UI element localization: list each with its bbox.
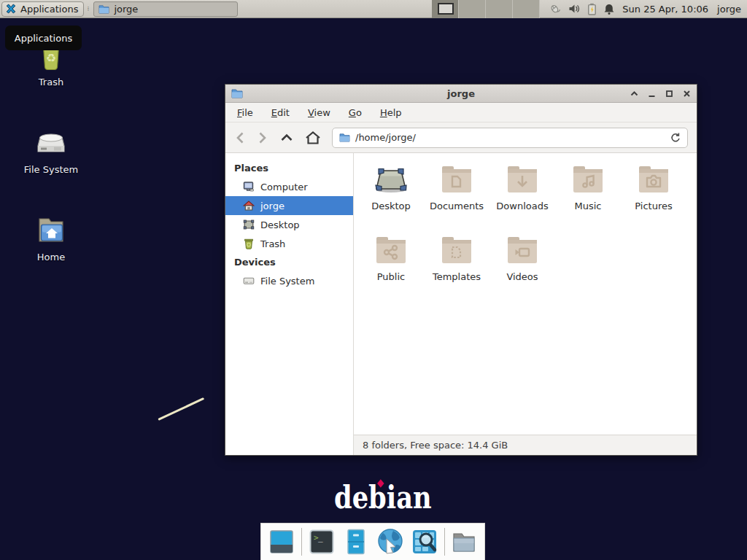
- folder-label: Music: [575, 201, 602, 211]
- folder-label: Downloads: [496, 201, 548, 211]
- desktop-icon-label: Home: [37, 252, 65, 262]
- panel-username[interactable]: jorge: [717, 4, 741, 15]
- path-bar-value: /home/jorge/: [355, 132, 416, 143]
- applications-tooltip: Applications: [5, 26, 82, 50]
- menu-edit[interactable]: Edit: [271, 107, 290, 118]
- folder-icon: [339, 133, 350, 142]
- shade-button[interactable]: [630, 90, 638, 98]
- folder-item-videos[interactable]: Videos: [489, 233, 555, 303]
- volume-icon[interactable]: [568, 3, 581, 15]
- app-finder-icon[interactable]: [410, 527, 439, 556]
- folder-item-documents[interactable]: Documents: [424, 162, 489, 233]
- top-panel: Applications ⁞ jorge: [0, 0, 747, 18]
- panel-clock[interactable]: Sun 25 Apr, 10:06: [622, 4, 708, 15]
- menu-file[interactable]: File: [237, 107, 253, 118]
- window-titlebar[interactable]: jorge: [225, 85, 697, 103]
- window-title: jorge: [225, 88, 697, 99]
- workspace-1[interactable]: [432, 0, 459, 18]
- window-body: Places Computer jorge: [225, 153, 697, 455]
- panel-drag-handle[interactable]: ⁞: [84, 6, 91, 12]
- sidebar-item-desktop[interactable]: Desktop: [225, 215, 353, 234]
- reload-button[interactable]: [670, 132, 681, 143]
- sidebar-item-label: Trash: [260, 238, 285, 249]
- desktop-icon-file-system[interactable]: File System: [15, 125, 88, 175]
- xfce-applications-icon: [5, 3, 17, 15]
- desktop-icon-label: Trash: [39, 77, 63, 88]
- file-manager-icon[interactable]: [341, 527, 371, 556]
- workspace-4[interactable]: [513, 0, 540, 18]
- sidebar-item-file-system[interactable]: File System: [225, 271, 353, 290]
- folder-item-templates[interactable]: Templates: [424, 233, 489, 303]
- debian-logo: debian: [334, 480, 432, 516]
- sidebar-item-jorge[interactable]: jorge: [225, 196, 353, 215]
- folder-label: Public: [377, 271, 405, 282]
- desktop-icon-label: File System: [24, 164, 78, 175]
- applications-menu-button[interactable]: Applications: [1, 1, 84, 17]
- mouse-icon[interactable]: [549, 3, 562, 15]
- workspace-switcher: [432, 0, 540, 18]
- sidebar-item-trash[interactable]: Trash: [225, 234, 353, 253]
- home-icon: [243, 200, 255, 211]
- taskbar-window-label: jorge: [114, 4, 138, 15]
- folder-view[interactable]: Desktop Documents Downloads: [354, 153, 697, 435]
- workspace-2[interactable]: [459, 0, 486, 18]
- menubar: File Edit View Go Help: [225, 103, 697, 122]
- battery-charging-icon[interactable]: [587, 3, 597, 15]
- folder-item-music[interactable]: Music: [555, 162, 621, 233]
- folder-label: Videos: [506, 271, 538, 282]
- home-button[interactable]: [305, 131, 321, 145]
- terminal-icon[interactable]: >_: [307, 527, 336, 556]
- document-icon: [439, 162, 474, 197]
- statusbar-text: 8 folders, Free space: 14.4 GiB: [363, 440, 508, 451]
- folder-item-pictures[interactable]: Pictures: [621, 162, 686, 233]
- folder-icon[interactable]: [449, 527, 479, 556]
- video-camera-icon: [505, 233, 540, 268]
- desktop-icon-home[interactable]: Home: [15, 213, 88, 262]
- pointer-trail-line: [158, 397, 204, 421]
- camera-icon: [636, 162, 671, 197]
- path-bar-input[interactable]: /home/jorge/: [332, 128, 688, 148]
- system-tray: [549, 3, 615, 15]
- music-notes-icon: [570, 162, 605, 197]
- tooltip-text: Applications: [15, 33, 72, 44]
- sidebar-devices-header: Devices: [225, 253, 353, 271]
- desktop-screen: Applications ⁞ jorge: [0, 0, 747, 560]
- statusbar: 8 folders, Free space: 14.4 GiB: [354, 435, 697, 455]
- menu-view[interactable]: View: [308, 107, 330, 118]
- file-manager-window: jorge File Edit View Go Help: [225, 84, 697, 456]
- folder-item-desktop[interactable]: Desktop: [358, 162, 424, 233]
- download-arrow-icon: [505, 162, 540, 197]
- taskbar-window-button[interactable]: jorge: [93, 1, 238, 17]
- svg-text:_: _: [318, 533, 323, 542]
- folder-label: Pictures: [635, 201, 672, 211]
- workspace-3[interactable]: [486, 0, 513, 18]
- notifications-icon[interactable]: [603, 3, 615, 15]
- up-button[interactable]: [279, 131, 294, 145]
- toolbar: /home/jorge/: [225, 122, 697, 153]
- folder-label: Templates: [433, 271, 481, 282]
- show-desktop-icon[interactable]: [267, 527, 296, 556]
- back-button[interactable]: [234, 131, 246, 145]
- maximize-button[interactable]: [665, 90, 673, 98]
- dock-separator: [301, 528, 302, 556]
- folder-label: Desktop: [371, 201, 411, 211]
- window-controls: [630, 90, 691, 98]
- drive-icon: [34, 125, 68, 160]
- folder-item-public[interactable]: Public: [358, 233, 424, 303]
- menu-go[interactable]: Go: [349, 107, 362, 118]
- folder-item-downloads[interactable]: Downloads: [489, 162, 555, 233]
- web-browser-icon[interactable]: [376, 527, 405, 556]
- template-document-icon: [439, 233, 474, 268]
- close-button[interactable]: [683, 90, 691, 98]
- trash-icon: [243, 238, 255, 249]
- minimize-button[interactable]: [648, 90, 656, 98]
- desktop-special-icon: [374, 162, 409, 197]
- drive-icon: [243, 275, 255, 287]
- sidebar-item-computer[interactable]: Computer: [225, 177, 353, 196]
- desktop-icon: [243, 219, 255, 230]
- dock: >_: [260, 523, 485, 560]
- forward-button[interactable]: [257, 131, 268, 145]
- folder-icon: [98, 4, 109, 14]
- menu-help[interactable]: Help: [380, 107, 402, 118]
- computer-icon: [243, 181, 255, 192]
